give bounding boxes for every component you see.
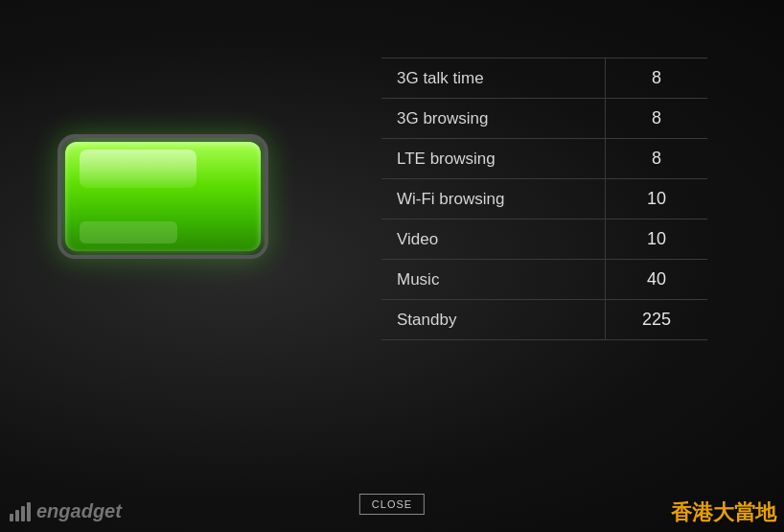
row-value: 10: [606, 220, 707, 260]
row-value: 40: [606, 260, 707, 300]
signal-icon: [10, 502, 31, 521]
row-value: 8: [606, 99, 707, 139]
table-row: Standby 225: [381, 300, 707, 340]
row-label: 3G talk time: [381, 58, 606, 99]
close-button[interactable]: CLOSE: [359, 494, 425, 515]
row-value: 8: [606, 58, 707, 99]
row-label: Standby: [381, 300, 606, 340]
row-label: LTE browsing: [381, 139, 606, 179]
row-label: Wi-Fi browsing: [381, 179, 606, 220]
row-value: 10: [606, 179, 707, 220]
battery-icon: [58, 134, 288, 307]
table-row: Video 10: [381, 220, 707, 260]
table-row: LTE browsing 8: [381, 139, 707, 179]
table-row: 3G talk time 8: [381, 58, 707, 99]
engadget-text: engadget: [36, 500, 122, 522]
hk-watermark: 香港大當地: [671, 498, 776, 527]
table-row: Wi-Fi browsing 10: [381, 179, 707, 220]
row-label: Music: [381, 260, 606, 300]
engadget-logo: engadget: [10, 500, 122, 522]
row-value: 8: [606, 139, 707, 179]
table-row: Music 40: [381, 260, 707, 300]
battery-life-table: 3G talk time 8 3G browsing 8 LTE browsin…: [381, 58, 707, 340]
row-label: 3G browsing: [381, 99, 606, 139]
row-label: Video: [381, 220, 606, 260]
row-value: 225: [606, 300, 707, 340]
table-row: 3G browsing 8: [381, 99, 707, 139]
